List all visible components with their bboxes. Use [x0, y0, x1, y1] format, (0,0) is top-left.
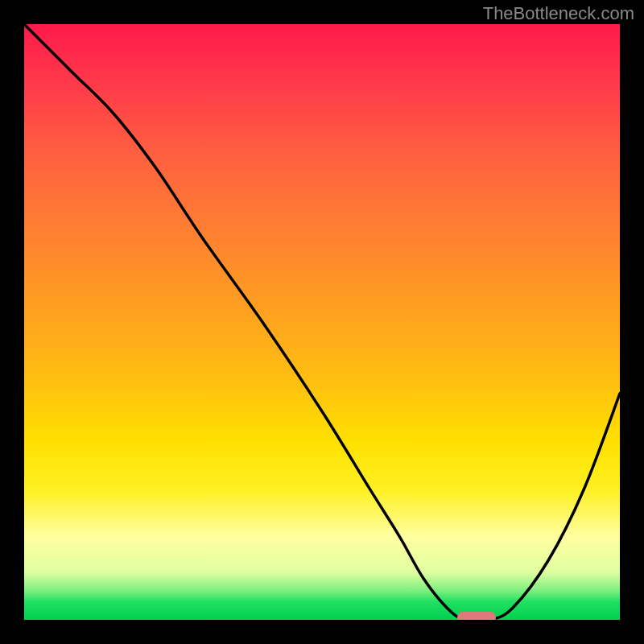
- chart-line-svg: [24, 24, 620, 620]
- optimal-point-marker: [457, 612, 496, 620]
- bottleneck-curve: [24, 24, 620, 620]
- watermark-text: TheBottleneck.com: [483, 3, 634, 24]
- chart-plot-area: [24, 24, 620, 620]
